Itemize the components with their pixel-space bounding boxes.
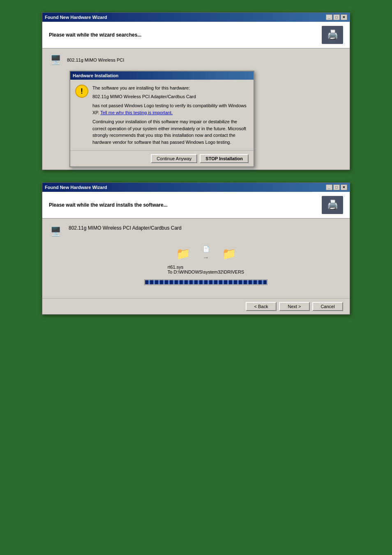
hw-warning-body: Continuing your installation of this sof… — [92, 118, 249, 145]
stop-installation-button[interactable]: STOP Installation — [200, 154, 249, 163]
next-button[interactable]: Next > — [279, 302, 310, 311]
window2-minimize-button[interactable]: _ — [326, 184, 332, 190]
arrow-right-icon: → — [203, 254, 209, 261]
window2-device-name: 802.11g MIMO Wireless PCI Adapter/Cardbu… — [69, 225, 343, 231]
window2-close-button[interactable]: ✕ — [341, 184, 347, 190]
window2-titlebar: Found New Hardware Wizard _ □ ✕ — [42, 183, 350, 192]
window1-title: Found New Hardware Wizard — [45, 15, 107, 20]
hw-dialog-footer: Continue Anyway STOP Installation — [70, 150, 254, 166]
warning-icon: ! — [75, 85, 88, 98]
window2: Found New Hardware Wizard _ □ ✕ Please w… — [42, 182, 350, 315]
hw-dialog-body: ! The software you are installing for th… — [70, 80, 254, 150]
window1-device-row: 🖥️ 802.11g MIMO Wireless PCI — [49, 53, 343, 67]
source-folder-icon: 📁 — [176, 247, 190, 260]
copy-area: 📁 📄 → 📁 rt61.sys To D:\WINDOWS\system32\… — [69, 239, 343, 292]
hw-warning-line2: has not passed Windows Logo testing to v… — [92, 102, 249, 116]
device-icon: 🖥️ — [49, 53, 62, 67]
titlebar-buttons: _ □ ✕ — [326, 14, 347, 20]
window2-footer: < Back Next > Cancel — [42, 298, 350, 314]
minimize-button[interactable]: _ — [326, 14, 332, 20]
window1: Found New Hardware Wizard _ □ ✕ Please w… — [42, 12, 350, 170]
progress-bar-container — [144, 279, 267, 285]
window1-top-text: Please wait while the wizard searches... — [49, 32, 141, 38]
window2-titlebar-buttons: _ □ ✕ — [326, 184, 347, 190]
continue-anyway-button[interactable]: Continue Anyway — [151, 154, 197, 163]
window2-device-icon: 🖥️ — [49, 225, 62, 238]
back-button[interactable]: < Back — [246, 302, 277, 311]
window2-wizard-icon: 🖨️ — [322, 196, 343, 214]
window1-titlebar: Found New Hardware Wizard _ □ ✕ — [42, 13, 350, 22]
progress-bar-fill — [145, 280, 267, 284]
copy-arrow: 📄 → — [203, 246, 210, 261]
window2-top: Please wait while the wizard installs th… — [42, 192, 350, 219]
hw-logo-testing-link[interactable]: Tell me why this testing is important. — [100, 110, 173, 115]
hw-dialog-overlay: Hardware Installation ! The software you… — [69, 71, 343, 167]
window2-top-text: Please wait while the wizard installs th… — [49, 202, 168, 208]
window1-body: 🖥️ 802.11g MIMO Wireless PCI Hardware In… — [42, 48, 350, 170]
maximize-button[interactable]: □ — [333, 14, 340, 20]
window2-title: Found New Hardware Wizard — [45, 185, 107, 190]
close-button[interactable]: ✕ — [341, 14, 347, 20]
hw-warning-line1: The software you are installing for this… — [92, 85, 249, 92]
copy-animation: 📁 📄 → 📁 — [176, 246, 236, 261]
window2-body: 🖥️ 802.11g MIMO Wireless PCI Adapter/Car… — [42, 219, 350, 298]
copy-destination: To D:\WINDOWS\system32\DRIVERS — [168, 269, 244, 274]
hw-dialog-title: Hardware Installation — [70, 71, 254, 80]
copy-filename: rt61.sys — [168, 265, 244, 269]
hw-dialog-text-content: The software you are installing for this… — [92, 85, 249, 145]
copy-labels: rt61.sys To D:\WINDOWS\system32\DRIVERS — [168, 265, 244, 274]
wizard-icon: 🖨️ — [322, 26, 343, 44]
dest-folder-icon: 📁 — [222, 247, 236, 260]
window1-top: Please wait while the wizard searches...… — [42, 22, 350, 48]
small-file-icon: 📄 — [203, 246, 210, 252]
hw-installation-dialog: Hardware Installation ! The software you… — [69, 71, 254, 167]
window1-device-name: 802.11g MIMO Wireless PCI — [67, 58, 124, 62]
window2-maximize-button[interactable]: □ — [333, 184, 340, 190]
cancel-button[interactable]: Cancel — [312, 302, 343, 311]
hw-device-label: 802.11g MIMO Wireless PCI Adapter/Cardbu… — [92, 93, 249, 100]
window2-body-content: 802.11g MIMO Wireless PCI Adapter/Cardbu… — [69, 225, 343, 292]
